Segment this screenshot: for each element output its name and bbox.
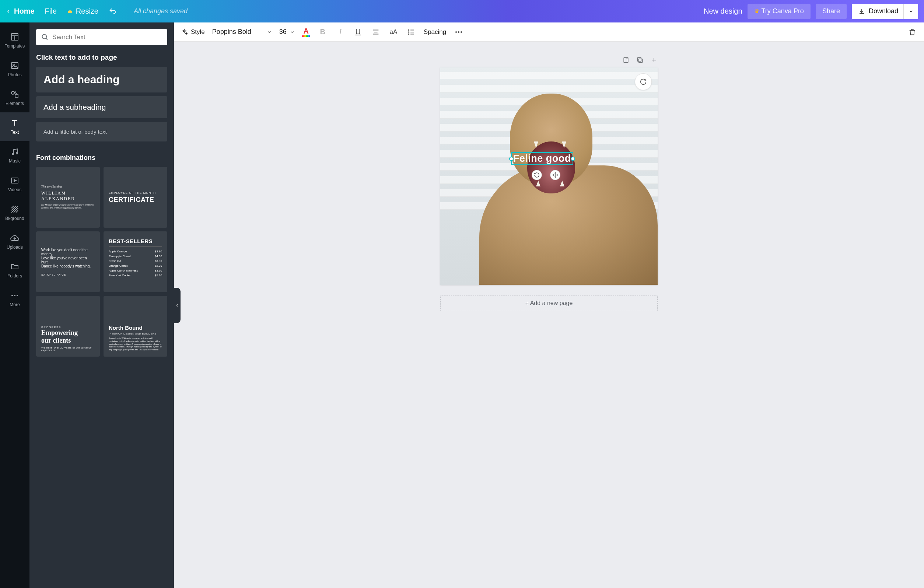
italic-button[interactable]: I [335, 27, 346, 37]
text-color-button[interactable]: A [302, 27, 310, 37]
text-case-button[interactable]: aA [388, 27, 399, 37]
selected-text-box[interactable]: Feline good [511, 152, 573, 165]
font-size-selector[interactable]: 36 [279, 28, 295, 36]
duplicate-page-button[interactable] [636, 56, 644, 64]
move-handle[interactable] [550, 170, 560, 180]
search-icon [41, 33, 49, 41]
click-hint: Click text to add to page [36, 53, 167, 61]
photos-icon [10, 61, 19, 70]
font-name: Poppins Bold [212, 28, 264, 36]
undo-button[interactable] [109, 7, 117, 15]
style-button[interactable]: Style [180, 28, 205, 36]
top-bar: Home File Resize All changes saved New d… [0, 0, 924, 23]
font-combo-tile[interactable]: PROGRESS Empowering our clients We have … [36, 296, 100, 357]
canvas-text[interactable]: Feline good [513, 153, 571, 164]
resize-handle-right[interactable] [571, 157, 575, 161]
tile-text: Apple Orange [109, 250, 127, 253]
underline-icon: U [356, 28, 361, 36]
svg-point-18 [408, 33, 409, 34]
try-pro-button[interactable]: ♛ Try Canva Pro [747, 4, 810, 19]
nav-folders[interactable]: Folders [0, 256, 30, 285]
rotate-icon [534, 172, 540, 178]
add-heading-card[interactable]: Add a heading [36, 67, 167, 92]
magic-button[interactable] [635, 73, 652, 90]
bold-button[interactable]: B [318, 27, 328, 37]
tile-text: $3.90 [155, 250, 162, 253]
nav-background-label: Bkground [5, 216, 24, 221]
nav-elements-label: Elements [5, 101, 24, 106]
tile-text: $4.90 [155, 254, 162, 258]
svg-rect-22 [624, 58, 628, 62]
download-button[interactable]: Download [852, 4, 905, 19]
chevron-left-icon [175, 304, 179, 307]
tile-text: Apple Carrot Madness [109, 269, 138, 272]
text-color-icon: A [304, 27, 309, 35]
delete-button[interactable] [907, 27, 917, 37]
svg-point-11 [42, 35, 47, 39]
add-page-button-small[interactable] [650, 56, 658, 64]
chevron-left-icon [6, 9, 11, 14]
font-combo-tile[interactable]: Work like you don't need the money. Love… [36, 231, 100, 292]
nav-templates[interactable]: Templates [0, 26, 30, 55]
font-combo-tile[interactable]: North Bound INTERIOR DESIGN AND BUILDERS… [104, 296, 167, 357]
nav-uploads[interactable]: Uploads [0, 227, 30, 256]
tile-text: $3.10 [155, 269, 162, 272]
search-text-box[interactable] [36, 29, 167, 45]
svg-point-8 [16, 152, 18, 154]
nav-more[interactable]: More [0, 285, 30, 314]
resize-button[interactable]: Resize [67, 7, 98, 15]
font-combo-tile[interactable]: This certifies that WILLIAM ALEXANDER is… [36, 167, 100, 228]
bold-icon: B [320, 28, 325, 36]
list-button[interactable] [406, 27, 416, 37]
trash-icon [908, 28, 916, 36]
nav-folders-label: Folders [7, 273, 22, 279]
share-button[interactable]: Share [816, 4, 846, 19]
tile-text: WILLIAM ALEXANDER [41, 190, 95, 202]
align-icon [372, 28, 380, 36]
search-input[interactable] [52, 33, 162, 41]
nav-videos[interactable]: Videos [0, 170, 30, 198]
folders-icon [10, 262, 19, 271]
canvas-page[interactable]: Feline good [440, 68, 658, 285]
add-body-card[interactable]: Add a little bit of body text [36, 122, 167, 142]
download-dropdown[interactable] [903, 4, 918, 19]
notes-button[interactable] [622, 56, 630, 64]
align-button[interactable] [371, 27, 381, 37]
side-nav: Templates Photos Elements Text Music Vid… [0, 23, 30, 588]
save-status: All changes saved [134, 7, 188, 15]
svg-rect-6 [15, 94, 18, 97]
tile-text: Orange Carrot [109, 264, 127, 268]
new-design-button[interactable]: New design [704, 7, 742, 15]
try-pro-label: Try Canva Pro [762, 7, 804, 15]
resize-handle-left[interactable] [509, 157, 513, 161]
nav-background[interactable]: Bkground [0, 198, 30, 227]
chevron-down-icon [909, 9, 914, 14]
nav-photos[interactable]: Photos [0, 55, 30, 84]
tile-text: $3.90 [155, 259, 162, 263]
uploads-icon [10, 234, 19, 243]
tile-text: CERTIFICATE [109, 196, 162, 204]
tile-text: We have over 20 years of consultancy exp… [41, 346, 95, 352]
font-selector[interactable]: Poppins Bold [212, 28, 272, 36]
videos-icon [10, 176, 19, 185]
add-new-page-button[interactable]: + Add a new page [440, 295, 658, 311]
nav-photos-label: Photos [8, 72, 21, 78]
nav-text[interactable]: Text [0, 112, 30, 141]
music-icon [10, 147, 19, 156]
plus-icon [650, 56, 658, 64]
file-menu[interactable]: File [45, 7, 57, 15]
italic-icon: I [339, 28, 342, 36]
nav-music[interactable]: Music [0, 141, 30, 170]
home-button[interactable]: Home [6, 7, 35, 15]
add-subheading-card[interactable]: Add a subheading [36, 96, 167, 118]
tile-text: Pineapple Carrot [109, 254, 131, 258]
font-combo-tile[interactable]: BEST-SELLERS Apple Orange$3.90 Pineapple… [104, 231, 167, 292]
font-combo-tile[interactable]: EMPLOYEE OF THE MONTH CERTIFICATE [104, 167, 167, 228]
svg-rect-24 [637, 58, 641, 61]
underline-button[interactable]: U [353, 27, 363, 37]
rotate-handle[interactable] [531, 170, 542, 180]
nav-elements[interactable]: Elements [0, 84, 30, 112]
spacing-button[interactable]: Spacing [424, 28, 446, 36]
more-options-button[interactable] [454, 27, 464, 37]
collapse-panel-button[interactable] [174, 288, 180, 323]
